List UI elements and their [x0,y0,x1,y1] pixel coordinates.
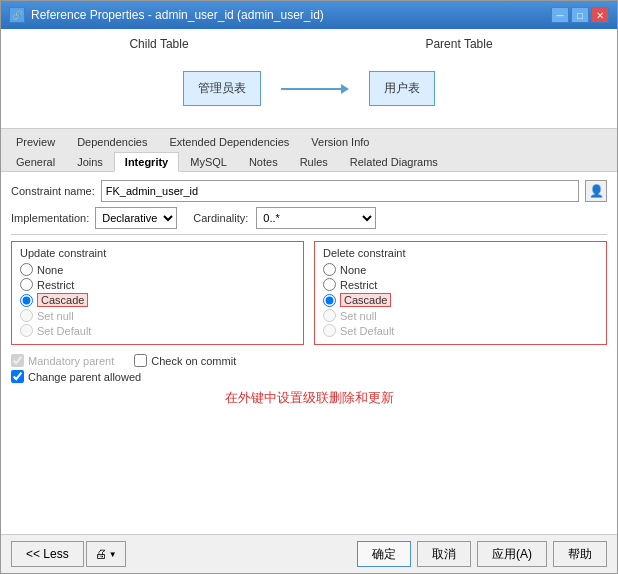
mandatory-parent-label: Mandatory parent [28,355,114,367]
delete-none-row: None [323,263,598,276]
arrow-head [341,84,349,94]
parent-table-label: Parent Table [309,37,609,51]
delete-setnull-label: Set null [340,310,377,322]
constraint-name-browse-button[interactable]: 👤 [585,180,607,202]
extra-options: Mandatory parent Check on commit Change … [11,351,607,383]
window-icon: 🔗 [9,7,25,23]
implementation-label: Implementation: [11,212,89,224]
relationship-arrow [281,84,349,94]
update-setnull-row: Set null [20,309,295,322]
tab-version-info[interactable]: Version Info [300,132,380,152]
tab-related-diagrams[interactable]: Related Diagrams [339,152,449,172]
title-bar: 🔗 Reference Properties - admin_user_id (… [1,1,617,29]
minimize-button[interactable]: ─ [551,7,569,23]
delete-setnull-row: Set null [323,309,598,322]
diagram-wrapper: Child Table Parent Table 管理员表 用户表 [9,37,609,120]
tab-dependencies[interactable]: Dependencies [66,132,158,152]
tab-notes[interactable]: Notes [238,152,289,172]
delete-cascade-label: Cascade [340,293,391,307]
update-none-radio[interactable] [20,263,33,276]
tab-general[interactable]: General [5,152,66,172]
separator [11,234,607,235]
close-button[interactable]: ✕ [591,7,609,23]
update-setnull-label: Set null [37,310,74,322]
tab-joins[interactable]: Joins [66,152,114,172]
update-cascade-row: Cascade [20,293,295,307]
tab-rules[interactable]: Rules [289,152,339,172]
diagram-row: 管理员表 用户表 [183,57,435,120]
cardinality-select[interactable]: 0..* 1..1 0..1 1..* [256,207,376,229]
check-on-commit-label: Check on commit [151,355,236,367]
change-parent-checkbox[interactable] [11,370,24,383]
update-cascade-radio[interactable] [20,294,33,307]
update-constraint-box: Update constraint None Restrict Cascade … [11,241,304,345]
constraint-name-label: Constraint name: [11,185,95,197]
print-icon: 🖨 [95,547,107,561]
update-constraint-title: Update constraint [20,247,295,259]
delete-restrict-row: Restrict [323,278,598,291]
child-table-box: 管理员表 [183,71,261,106]
print-dropdown-icon: ▼ [109,550,117,559]
arrow-body [281,88,341,90]
main-window: 🔗 Reference Properties - admin_user_id (… [0,0,618,574]
cancel-button[interactable]: 取消 [417,541,471,567]
title-bar-left: 🔗 Reference Properties - admin_user_id (… [9,7,324,23]
parent-table-box: 用户表 [369,71,435,106]
delete-restrict-label: Restrict [340,279,377,291]
footer: << Less 🖨 ▼ 确定 取消 应用(A) 帮助 [1,534,617,573]
update-restrict-label: Restrict [37,279,74,291]
apply-button[interactable]: 应用(A) [477,541,547,567]
implementation-row: Implementation: Declarative Trigger None… [11,207,607,229]
delete-setdefault-label: Set Default [340,325,394,337]
tab-extended-dependencies[interactable]: Extended Dependencies [158,132,300,152]
title-controls: ─ □ ✕ [551,7,609,23]
help-button[interactable]: 帮助 [553,541,607,567]
delete-restrict-radio[interactable] [323,278,336,291]
delete-setnull-radio[interactable] [323,309,336,322]
annotation-text: 在外键中设置级联删除和更新 [11,389,607,407]
update-restrict-row: Restrict [20,278,295,291]
bottom-tab-row: General Joins Integrity MySQL Notes Rule… [1,151,617,172]
table-labels: Child Table Parent Table [9,37,609,51]
maximize-button[interactable]: □ [571,7,589,23]
delete-none-label: None [340,264,366,276]
constraint-name-row: Constraint name: 👤 [11,180,607,202]
update-restrict-radio[interactable] [20,278,33,291]
less-button[interactable]: << Less [11,541,84,567]
footer-left: << Less 🖨 ▼ [11,541,126,567]
content-area: Constraint name: 👤 Implementation: Decla… [1,172,617,534]
update-setdefault-radio[interactable] [20,324,33,337]
delete-setdefault-radio[interactable] [323,324,336,337]
check-on-commit-checkbox[interactable] [134,354,147,367]
delete-cascade-row: Cascade [323,293,598,307]
print-button[interactable]: 🖨 ▼ [86,541,126,567]
tab-mysql[interactable]: MySQL [179,152,238,172]
update-none-label: None [37,264,63,276]
update-none-row: None [20,263,295,276]
update-setnull-radio[interactable] [20,309,33,322]
cardinality-label: Cardinality: [193,212,248,224]
top-tab-row: Preview Dependencies Extended Dependenci… [1,129,617,151]
mandatory-parent-row: Mandatory parent [11,354,114,367]
constraint-name-input[interactable] [101,180,579,202]
update-setdefault-row: Set Default [20,324,295,337]
tab-section: Preview Dependencies Extended Dependenci… [1,129,617,172]
check-on-commit-row: Check on commit [134,354,236,367]
change-parent-label: Change parent allowed [28,371,141,383]
delete-none-radio[interactable] [323,263,336,276]
change-parent-row: Change parent allowed [11,370,607,383]
diagram-area: Child Table Parent Table 管理员表 用户表 [1,29,617,129]
update-cascade-label: Cascade [37,293,88,307]
tab-preview[interactable]: Preview [5,132,66,152]
child-table-label: Child Table [9,37,309,51]
delete-cascade-radio[interactable] [323,294,336,307]
ok-button[interactable]: 确定 [357,541,411,567]
mandatory-parent-checkbox[interactable] [11,354,24,367]
window-title: Reference Properties - admin_user_id (ad… [31,8,324,22]
tab-integrity[interactable]: Integrity [114,152,179,172]
delete-constraint-title: Delete constraint [323,247,598,259]
implementation-select[interactable]: Declarative Trigger None [95,207,177,229]
constraints-row: Update constraint None Restrict Cascade … [11,241,607,345]
cardinality-row: Cardinality: 0..* 1..1 0..1 1..* [193,207,376,229]
delete-constraint-box: Delete constraint None Restrict Cascade … [314,241,607,345]
